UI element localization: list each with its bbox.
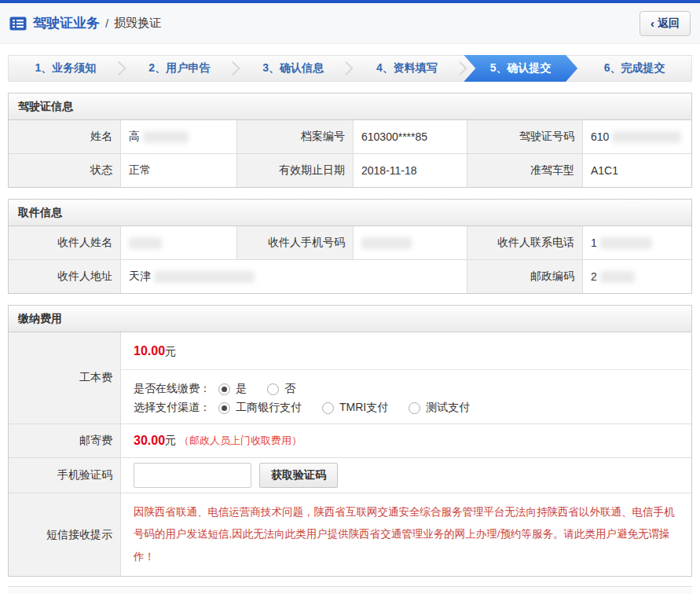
back-chevron-icon: ‹ [651, 16, 654, 30]
production-fee-amount-line: 10.00元 [121, 332, 691, 370]
postcode-value: 2 [582, 260, 691, 293]
redacted-value [600, 237, 652, 249]
redacted-value [143, 131, 189, 143]
recipient-mobile-value [353, 226, 467, 259]
redacted-value [612, 131, 681, 143]
production-fee-amount: 10.00 [134, 344, 165, 358]
radio-unchecked-icon[interactable] [322, 402, 334, 414]
page-header: 驾驶证业务 / 损毁换证 ‹ 返回 [0, 3, 700, 44]
contact-phone-label: 收件人联系电话 [467, 226, 582, 259]
name-value: 高 [120, 120, 236, 153]
step-wizard: 1、业务须知 2、用户申告 3、确认信息 4、资料填写 5、确认提交 6、完成提… [8, 55, 692, 82]
channel-tmri-option[interactable]: TMRI支付 [322, 401, 388, 415]
vehicle-type-label: 准驾车型 [467, 154, 582, 187]
expiry-value: 2018-11-18 [353, 154, 467, 187]
sms-notice-row: 短信接收提示 因陕西省联通、电信运营商技术问题，陕西省互联网交通安全综合服务管理… [9, 493, 691, 576]
file-number-label: 档案编号 [236, 120, 353, 153]
fees-section: 缴纳费用 工本费 10.00元 是否在线缴费： 是 否 [8, 305, 692, 577]
channel-tmri-label: TMRI支付 [339, 401, 388, 415]
breadcrumb-current: 损毁换证 [114, 16, 161, 31]
radio-unchecked-icon[interactable] [409, 402, 420, 414]
recipient-mobile-label: 收件人手机号码 [236, 226, 353, 259]
license-info-title: 驾驶证信息 [9, 94, 691, 120]
postage-fee-row: 邮寄费 30.00元 （邮政人员上门收取费用） [9, 424, 691, 457]
recipient-name-value [120, 226, 236, 259]
fees-title: 缴纳费用 [9, 306, 691, 332]
radio-unchecked-icon[interactable] [267, 383, 279, 395]
postage-fee-note: （邮政人员上门收取费用） [179, 434, 302, 448]
captcha-row: 手机验证码 获取验证码 [9, 457, 691, 493]
contact-phone-value: 1 [582, 226, 691, 259]
back-button[interactable]: ‹ 返回 [640, 11, 691, 36]
table-row: 姓名 高 档案编号 610300****85 驾驶证号码 610 [9, 120, 691, 153]
step-6-complete-submit[interactable]: 6、完成提交 [577, 56, 691, 81]
table-row: 收件人姓名 收件人手机号码 收件人联系电话 1 [9, 226, 691, 259]
sms-notice-text: 因陕西省联通、电信运营商技术问题，陕西省互联网交通安全综合服务管理平台无法向持陕… [120, 493, 691, 576]
back-button-label: 返回 [658, 16, 680, 31]
table-row: 状态 正常 有效期止日期 2018-11-18 准驾车型 A1C1 [9, 153, 691, 187]
get-captcha-button[interactable]: 获取验证码 [259, 463, 338, 488]
payment-channel-label: 选择支付渠道： [134, 401, 211, 415]
page-title: 驾驶证业务 [33, 14, 100, 32]
status-label: 状态 [9, 154, 120, 187]
yuan-unit: 元 [165, 345, 176, 358]
status-value: 正常 [120, 154, 236, 187]
step-1-business-notice[interactable]: 1、业务须知 [9, 56, 123, 81]
name-label: 姓名 [9, 120, 120, 153]
step-3-confirm-info[interactable]: 3、确认信息 [236, 56, 350, 81]
redacted-value [361, 237, 412, 249]
license-service-icon [9, 16, 27, 31]
license-number-label: 驾驶证号码 [467, 120, 582, 153]
license-info-section: 驾驶证信息 姓名 高 档案编号 610300****85 驾驶证号码 610 状… [8, 93, 692, 188]
pickup-info-section: 取件信息 收件人姓名 收件人手机号码 收件人联系电话 1 收件人地址 天津 邮政… [8, 199, 692, 294]
breadcrumb-divider: / [105, 16, 108, 30]
pickup-info-title: 取件信息 [9, 200, 691, 226]
yuan-unit: 元 [165, 434, 176, 448]
radio-checked-icon[interactable] [218, 402, 230, 414]
channel-icbc-label: 工商银行支付 [236, 401, 302, 415]
radio-checked-icon[interactable] [218, 383, 230, 395]
sms-notice-label: 短信接收提示 [9, 493, 120, 576]
online-pay-yes-option[interactable]: 是 [218, 382, 247, 396]
step-2-user-declaration[interactable]: 2、用户申告 [123, 56, 236, 81]
redacted-value [600, 271, 635, 283]
expiry-label: 有效期止日期 [236, 154, 353, 187]
address-label: 收件人地址 [9, 260, 120, 293]
channel-icbc-option[interactable]: 工商银行支付 [218, 401, 302, 415]
online-pay-no-option[interactable]: 否 [267, 382, 295, 396]
channel-test-label: 测试支付 [426, 401, 470, 415]
license-number-value: 610 [582, 120, 691, 153]
online-pay-question-label: 是否在线缴费： [134, 382, 211, 396]
recipient-name-label: 收件人姓名 [9, 226, 120, 259]
channel-test-option[interactable]: 测试支付 [409, 401, 470, 415]
redacted-value [154, 271, 255, 283]
postcode-label: 邮政编码 [467, 260, 582, 293]
table-row: 收件人地址 天津 邮政编码 2 [9, 259, 691, 293]
redacted-value [129, 237, 162, 249]
vehicle-type-value: A1C1 [582, 154, 691, 187]
step-5-confirm-submit-active[interactable]: 5、确认提交 [464, 55, 577, 82]
footer-action-bar: 上一步 完成 [8, 586, 692, 594]
production-fee-label: 工本费 [9, 332, 120, 424]
address-value: 天津 [120, 260, 467, 293]
step-4-fill-data[interactable]: 4、资料填写 [350, 56, 464, 81]
production-fee-row: 工本费 10.00元 是否在线缴费： 是 否 选择 [9, 332, 691, 424]
sms-code-input[interactable] [134, 463, 251, 488]
postage-fee-amount: 30.00 [134, 434, 165, 448]
online-pay-no-label: 否 [284, 382, 295, 396]
postage-fee-label: 邮寄费 [9, 424, 120, 457]
captcha-label: 手机验证码 [9, 458, 120, 493]
file-number-value: 610300****85 [353, 120, 467, 153]
online-pay-yes-label: 是 [236, 382, 247, 396]
